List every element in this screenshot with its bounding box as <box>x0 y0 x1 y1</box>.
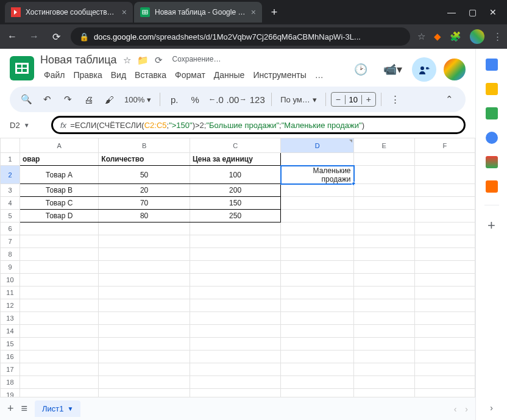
cell[interactable] <box>190 235 280 248</box>
cell[interactable] <box>20 363 98 376</box>
increase-font-button[interactable]: + <box>362 94 375 104</box>
menu-file[interactable]: Файл <box>40 69 68 81</box>
selected-cell[interactable]: Маленькие продажи <box>281 166 354 184</box>
cell[interactable] <box>99 287 190 299</box>
cell[interactable] <box>281 325 354 338</box>
cell[interactable] <box>414 166 475 184</box>
cell[interactable] <box>354 299 414 312</box>
row-header[interactable]: 18 <box>1 376 20 389</box>
cell[interactable] <box>354 351 414 363</box>
cell[interactable] <box>414 389 475 397</box>
extension-icon[interactable]: ◆ <box>434 31 441 42</box>
cell[interactable] <box>354 184 414 197</box>
increase-decimal-button[interactable]: .00→ <box>227 90 246 109</box>
col-header-a[interactable]: A <box>20 138 98 153</box>
close-tab-icon[interactable]: × <box>122 7 127 17</box>
move-icon[interactable]: 📁 <box>137 55 149 66</box>
cell[interactable] <box>190 222 280 235</box>
profile-avatar[interactable] <box>470 29 484 44</box>
row-header[interactable]: 15 <box>1 338 20 351</box>
sheet-tab[interactable]: Лист1▼ <box>35 400 80 417</box>
new-tab-button[interactable]: + <box>266 4 283 21</box>
star-icon[interactable]: ☆ <box>417 31 425 42</box>
cell[interactable] <box>99 376 190 389</box>
row-header[interactable]: 7 <box>1 235 20 248</box>
cell[interactable]: Товар В <box>20 184 98 197</box>
contacts-icon[interactable] <box>486 132 498 144</box>
browser-tab[interactable]: Хостинговое сообщество «Tim × <box>5 2 133 23</box>
cell[interactable] <box>414 351 475 363</box>
cell[interactable] <box>190 274 280 287</box>
cell[interactable] <box>281 389 354 397</box>
cell[interactable] <box>281 312 354 325</box>
cell[interactable] <box>414 153 475 166</box>
cell[interactable] <box>190 376 280 389</box>
cell[interactable]: Товар D <box>20 210 98 222</box>
cell[interactable]: 70 <box>99 197 190 210</box>
menu-more[interactable]: … <box>311 69 327 81</box>
cell[interactable] <box>354 287 414 299</box>
tasks-icon[interactable] <box>486 107 498 119</box>
row-header[interactable]: 8 <box>1 248 20 261</box>
cell[interactable] <box>414 210 475 222</box>
cell[interactable] <box>281 184 354 197</box>
meet-button[interactable]: 📹▾ <box>380 57 405 82</box>
cell[interactable] <box>99 235 190 248</box>
cell[interactable] <box>414 363 475 376</box>
doc-title[interactable]: Новая таблица <box>40 54 117 66</box>
row-header[interactable]: 6 <box>1 222 20 235</box>
col-header-c[interactable]: C <box>190 138 280 153</box>
addon-icon[interactable] <box>486 180 498 193</box>
cell[interactable] <box>20 299 98 312</box>
cell[interactable]: 80 <box>99 210 190 222</box>
currency-button[interactable]: р. <box>165 90 183 109</box>
cell[interactable] <box>20 376 98 389</box>
history-button[interactable]: 🕑 <box>349 57 373 82</box>
cell[interactable] <box>281 274 354 287</box>
row-header[interactable]: 1 <box>1 153 20 166</box>
cell[interactable] <box>414 299 475 312</box>
undo-button[interactable]: ↶ <box>38 90 56 109</box>
cell[interactable] <box>99 248 190 261</box>
cell[interactable] <box>354 210 414 222</box>
cell[interactable] <box>281 235 354 248</box>
menu-edit[interactable]: Правка <box>69 69 105 81</box>
cell[interactable] <box>354 222 414 235</box>
cell[interactable] <box>281 351 354 363</box>
row-header[interactable]: 19 <box>1 389 20 397</box>
cell[interactable] <box>414 312 475 325</box>
cell[interactable] <box>414 376 475 389</box>
account-avatar[interactable] <box>444 59 466 80</box>
cell[interactable]: 250 <box>190 210 280 222</box>
sheet-scroll-right[interactable]: › <box>465 404 468 414</box>
row-header[interactable]: 12 <box>1 299 20 312</box>
row-header[interactable]: 9 <box>1 261 20 274</box>
cell[interactable] <box>281 210 354 222</box>
cell[interactable] <box>99 351 190 363</box>
redo-button[interactable]: ↷ <box>58 90 77 109</box>
row-header[interactable]: 11 <box>1 287 20 299</box>
close-tab-icon[interactable]: × <box>251 7 256 17</box>
decrease-font-button[interactable]: − <box>332 94 345 104</box>
cell[interactable]: Количество <box>99 153 190 166</box>
calendar-icon[interactable] <box>486 59 498 71</box>
formula-bar[interactable]: fx =ЕСЛИ(СЧЁТЕСЛИ(C2:C5; ">150")>2; "Бол… <box>51 116 466 134</box>
cell[interactable] <box>99 325 190 338</box>
print-button[interactable]: 🖨 <box>79 90 98 109</box>
cell[interactable]: Товар С <box>20 197 98 210</box>
cell[interactable] <box>354 153 414 166</box>
cell[interactable] <box>281 222 354 235</box>
share-button[interactable]: + <box>412 57 436 82</box>
cell[interactable] <box>281 261 354 274</box>
cell[interactable]: Цена за единицу <box>190 153 280 166</box>
col-header-b[interactable]: B <box>99 138 190 153</box>
name-box[interactable]: D2▼ <box>10 121 46 130</box>
row-header[interactable]: 3 <box>1 184 20 197</box>
cell[interactable] <box>354 261 414 274</box>
cell[interactable] <box>281 197 354 210</box>
cell[interactable] <box>354 248 414 261</box>
cell[interactable] <box>354 197 414 210</box>
row-header[interactable]: 2 <box>1 166 20 184</box>
percent-button[interactable]: % <box>186 90 204 109</box>
star-icon[interactable]: ☆ <box>123 55 131 66</box>
